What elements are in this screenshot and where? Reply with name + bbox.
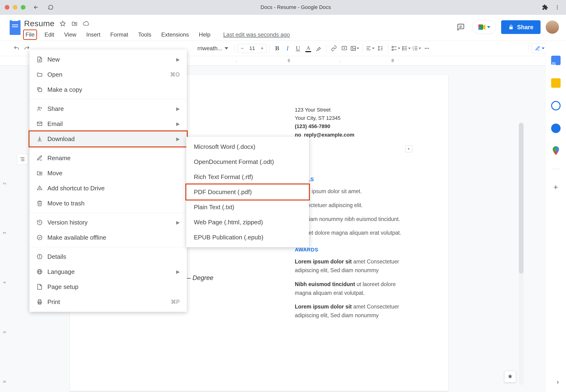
window-close-icon[interactable] <box>5 5 9 10</box>
bulleted-list-button[interactable] <box>401 44 411 53</box>
email-icon <box>37 121 47 127</box>
svg-point-32 <box>402 48 403 49</box>
download-epub[interactable]: EPUB Publication (.epub) <box>186 230 309 245</box>
file-menu-download[interactable]: Download ▶ <box>29 131 187 146</box>
browser-tab-title: Docs - Resume - Google Docs <box>55 4 537 10</box>
italic-button[interactable]: I <box>283 44 292 53</box>
account-avatar[interactable] <box>546 21 559 34</box>
font-size-stepper[interactable]: − 11 + <box>238 44 266 53</box>
more-tools-button[interactable] <box>422 44 432 53</box>
undo-button[interactable] <box>12 44 21 53</box>
file-menu-rename[interactable]: Rename <box>29 151 187 166</box>
meet-button[interactable] <box>472 20 496 34</box>
calendar-icon[interactable]: 31 <box>551 56 561 65</box>
download-html[interactable]: Web Page (.html, zipped) <box>186 215 309 230</box>
line-spacing-button[interactable] <box>376 44 385 53</box>
text-color-button[interactable]: A <box>304 44 313 53</box>
window-max-icon[interactable] <box>21 5 26 10</box>
menu-extensions[interactable]: Extensions <box>160 30 190 39</box>
menu-format[interactable]: Format <box>109 30 130 39</box>
menu-edit[interactable]: Edit <box>43 30 56 39</box>
reload-button[interactable] <box>47 3 55 11</box>
hide-side-panel-icon[interactable] <box>555 380 560 385</box>
share-button[interactable]: Share <box>501 20 540 34</box>
menu-file[interactable]: File <box>24 30 36 39</box>
tasks-icon[interactable] <box>551 101 561 110</box>
file-menu-offline[interactable]: Make available offline <box>29 230 187 245</box>
file-menu-language[interactable]: Language ▶ <box>29 264 187 279</box>
submenu-arrow-icon: ▶ <box>176 269 180 275</box>
link-button[interactable] <box>329 44 339 53</box>
bold-button[interactable]: B <box>272 44 282 53</box>
download-docx[interactable]: Microsoft Word (.docx) <box>186 139 309 154</box>
document-title-input[interactable]: Resume <box>24 19 55 28</box>
menu-help[interactable]: Help <box>197 30 212 39</box>
column-break-toggle[interactable]: ▾ <box>405 145 412 152</box>
underline-button[interactable]: U <box>293 44 303 53</box>
download-odt[interactable]: OpenDocument Format (.odt) <box>186 154 309 169</box>
svg-marker-10 <box>487 26 490 28</box>
svg-marker-29 <box>398 48 400 49</box>
svg-marker-43 <box>419 48 421 49</box>
browser-more-icon[interactable] <box>553 3 561 11</box>
maps-icon[interactable] <box>551 146 561 156</box>
file-menu-new[interactable]: New ▶ <box>29 52 187 67</box>
keep-icon[interactable] <box>551 78 561 88</box>
contacts-icon[interactable] <box>551 124 561 133</box>
file-menu-trash[interactable]: Move to trash <box>29 196 187 211</box>
menu-view[interactable]: View <box>63 30 78 39</box>
svg-marker-21 <box>372 48 374 49</box>
download-rtf[interactable]: Rich Text Format (.rtf) <box>186 169 309 184</box>
menu-insert[interactable]: Insert <box>85 30 102 39</box>
scrollbar-thumb[interactable] <box>519 123 524 274</box>
outline-button[interactable] <box>17 154 28 165</box>
submenu-arrow-icon: ▶ <box>176 56 180 62</box>
checklist-button[interactable] <box>391 44 400 53</box>
image-button[interactable] <box>350 44 359 53</box>
download-pdf[interactable]: PDF Document (.pdf) <box>186 184 309 199</box>
svg-point-30 <box>402 46 403 47</box>
svg-point-55 <box>38 107 40 109</box>
last-edit-link[interactable]: Last edit was seconds ago <box>223 31 290 38</box>
menu-tools[interactable]: Tools <box>137 30 153 39</box>
explore-button[interactable] <box>504 371 516 383</box>
file-menu-open[interactable]: Open ⌘O <box>29 67 187 82</box>
docs-logo-icon[interactable] <box>8 19 22 38</box>
font-select[interactable]: rriweath... <box>194 43 232 53</box>
drive-shortcut-icon <box>37 185 47 191</box>
file-menu-move[interactable]: Move <box>29 166 187 181</box>
cloud-status-icon[interactable] <box>83 20 90 27</box>
vertical-ruler[interactable]: 2 3 4 5 6 <box>3 66 12 392</box>
file-menu-page-setup[interactable]: Page setup <box>29 279 187 294</box>
window-min-icon[interactable] <box>13 5 17 10</box>
add-addon-icon[interactable]: + <box>551 182 561 192</box>
svg-point-63 <box>37 235 42 240</box>
move-icon[interactable] <box>71 20 78 27</box>
align-button[interactable] <box>365 44 375 53</box>
extensions-icon[interactable] <box>541 3 549 11</box>
file-menu-share[interactable]: Share ▶ <box>29 101 187 116</box>
font-size-plus-button[interactable]: + <box>258 44 266 53</box>
file-menu-print[interactable]: Print ⌘P <box>29 294 187 309</box>
scrollbar[interactable] <box>519 123 524 385</box>
comment-button[interactable] <box>340 44 349 53</box>
svg-point-46 <box>428 48 429 49</box>
file-menu-make-copy[interactable]: Make a copy <box>29 82 187 97</box>
file-menu-add-shortcut[interactable]: Add shortcut to Drive <box>29 181 187 196</box>
file-menu-email[interactable]: Email ▶ <box>29 116 187 131</box>
file-menu-details[interactable]: Details <box>29 249 187 264</box>
font-size-minus-button[interactable]: − <box>238 44 247 53</box>
svg-point-45 <box>426 48 427 49</box>
trash-icon <box>37 200 47 206</box>
sidebar-column: SKILLS Lorem ipsum dolor sit amet. Conse… <box>295 167 403 325</box>
back-button[interactable] <box>32 3 40 11</box>
highlight-button[interactable] <box>314 44 323 53</box>
download-txt[interactable]: Plain Text (.txt) <box>186 199 309 215</box>
comment-history-icon[interactable] <box>455 21 467 33</box>
star-icon[interactable] <box>59 20 66 27</box>
file-menu-version-history[interactable]: Version history ▶ <box>29 215 187 230</box>
font-size-value[interactable]: 11 <box>247 45 258 51</box>
svg-marker-7 <box>483 25 485 30</box>
svg-rect-25 <box>392 46 393 47</box>
numbered-list-button[interactable]: 123 <box>412 44 421 53</box>
